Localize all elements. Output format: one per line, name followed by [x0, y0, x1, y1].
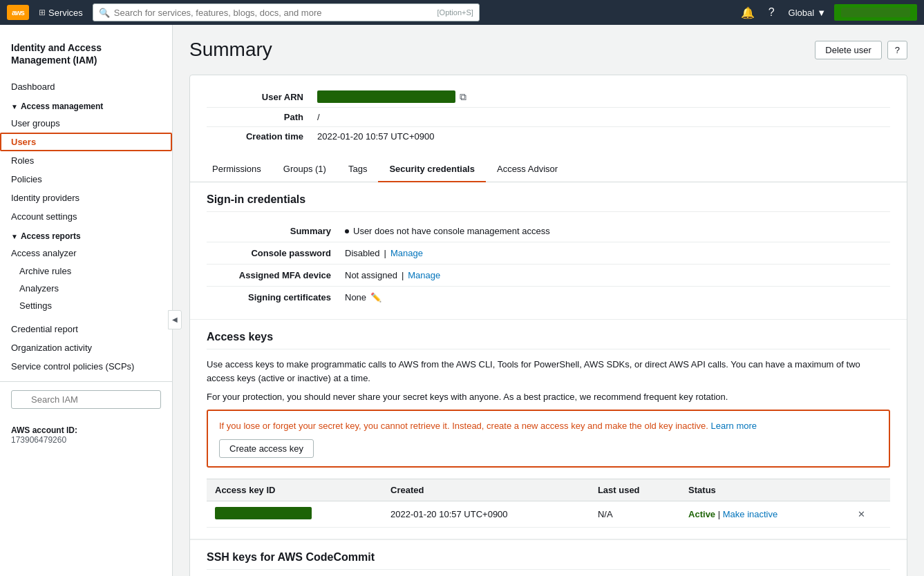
sidebar-account-info: AWS account ID: 173906479260 — [0, 417, 172, 453]
cred-console-pwd-label: Console password — [207, 248, 345, 258]
sidebar-item-users[interactable]: Users — [0, 133, 172, 151]
access-keys-table: Access key ID Created Last used Status — [207, 479, 890, 528]
account-id-label: AWS account ID: — [11, 425, 161, 435]
cred-signing-certs-label: Signing certificates — [207, 292, 345, 303]
sidebar-item-organization-activity[interactable]: Organization activity — [0, 338, 172, 357]
tab-tags[interactable]: Tags — [337, 157, 378, 182]
tabs-bar: Permissions Groups (1) Tags Security cre… — [190, 157, 907, 182]
path-value: / — [317, 112, 320, 122]
creation-time-label: Creation time — [207, 131, 317, 142]
account-button[interactable] — [834, 4, 917, 21]
mfa-manage-link[interactable]: Manage — [408, 270, 440, 280]
col-actions — [844, 479, 890, 501]
help-context-button[interactable]: ? — [887, 41, 907, 59]
sidebar-item-credential-report[interactable]: Credential report — [0, 320, 172, 338]
sidebar: Identity and Access Management (IAM) Das… — [0, 25, 173, 576]
sidebar-title: Identity and Access Management (IAM) — [0, 36, 172, 77]
cred-signing-certs-value: None ✏️ — [345, 292, 381, 303]
chevron-down-icon: ▼ — [817, 8, 826, 18]
sidebar-section-access-management[interactable]: ▼ Access management — [0, 96, 172, 114]
summary-info: User ARN ⧉ Path / Creation time 2022-01-… — [190, 75, 907, 157]
cred-row-summary: Summary User does not have console manag… — [207, 220, 890, 242]
delete-user-button[interactable]: Delete user — [815, 41, 881, 59]
col-access-key-id: Access key ID — [207, 479, 382, 501]
access-key-last-used-cell: N/A — [590, 501, 680, 528]
col-status: Status — [680, 479, 844, 501]
sidebar-item-dashboard[interactable]: Dashboard — [0, 77, 172, 96]
access-keys-title: Access keys — [207, 331, 890, 349]
sidebar-item-identity-providers[interactable]: Identity providers — [0, 189, 172, 207]
bullet-icon — [345, 229, 349, 233]
access-key-delete-cell: ✕ — [844, 501, 890, 528]
create-access-key-button[interactable]: Create access key — [219, 439, 314, 458]
main-content: Summary Delete user ? User ARN ⧉ Path — [173, 25, 924, 576]
page-actions: Delete user ? — [815, 41, 907, 59]
aws-logo[interactable]: aws — [7, 5, 29, 20]
status-active-badge: Active — [688, 509, 715, 519]
access-key-created-cell: 2022-01-20 10:57 UTC+0900 — [382, 501, 590, 528]
col-last-used: Last used — [590, 479, 680, 501]
user-arn-label: User ARN — [207, 92, 317, 102]
tab-access-advisor[interactable]: Access Advisor — [486, 157, 569, 182]
access-key-status-cell: Active | Make inactive — [680, 501, 844, 528]
chevron-down-icon: ▼ — [11, 103, 18, 111]
sidebar-item-settings[interactable]: Settings — [0, 297, 172, 314]
chevron-down-icon: ▼ — [11, 233, 18, 240]
sidebar-item-user-groups[interactable]: User groups — [0, 114, 172, 133]
tab-security-credentials[interactable]: Security credentials — [378, 157, 486, 182]
sidebar-search-input[interactable] — [11, 390, 161, 409]
col-created: Created — [382, 479, 590, 501]
sidebar-section-access-reports[interactable]: ▼ Access reports — [0, 226, 172, 244]
sidebar-item-access-analyzer[interactable]: Access analyzer — [0, 244, 172, 262]
user-arn-redacted — [317, 90, 455, 103]
access-keys-section: Access keys Use access keys to make prog… — [190, 320, 907, 539]
delete-access-key-icon[interactable]: ✕ — [858, 509, 865, 519]
access-key-warning-box: If you lose or forget your secret key, y… — [207, 410, 890, 468]
copy-arn-icon[interactable]: ⧉ — [460, 91, 466, 103]
sidebar-collapse-button[interactable]: ◀ — [168, 310, 182, 329]
tab-permissions[interactable]: Permissions — [201, 157, 272, 182]
cred-row-mfa: Assigned MFA device Not assigned | Manag… — [207, 265, 890, 287]
help-icon[interactable]: ? — [763, 3, 780, 21]
page-header: Summary Delete user ? — [189, 39, 907, 61]
cred-mfa-label: Assigned MFA device — [207, 270, 345, 280]
sidebar-item-analyzers[interactable]: Analyzers — [0, 280, 172, 297]
sidebar-item-policies[interactable]: Policies — [0, 170, 172, 189]
sidebar-item-roles[interactable]: Roles — [0, 151, 172, 170]
search-shortcut: [Option+S] — [437, 8, 473, 17]
sign-in-credentials-title: Sign-in credentials — [207, 193, 890, 212]
warning-text: If you lose or forget your secret key, y… — [219, 419, 878, 433]
global-search-bar[interactable]: 🔍 [Option+S] — [93, 3, 480, 21]
path-label: Path — [207, 112, 317, 122]
security-credentials-panel: Sign-in credentials Summary User does no… — [190, 182, 907, 576]
cred-mfa-value: Not assigned | Manage — [345, 270, 440, 280]
nav-icons: 🔔 ? Global ▼ — [735, 3, 917, 22]
access-keys-desc1: Use access keys to make programmatic cal… — [207, 358, 890, 385]
cred-row-signing-certs: Signing certificates None ✏️ — [207, 287, 890, 308]
cred-summary-label: Summary — [207, 226, 345, 236]
creation-time-row: Creation time 2022-01-20 10:57 UTC+0900 — [207, 127, 890, 146]
cred-console-pwd-value: Disabled | Manage — [345, 248, 423, 258]
console-pwd-manage-link[interactable]: Manage — [390, 248, 423, 258]
global-search-input[interactable] — [114, 8, 433, 18]
ssh-keys-title: SSH keys for AWS CodeCommit — [207, 551, 890, 570]
sidebar-item-archive-rules[interactable]: Archive rules — [0, 262, 172, 280]
table-header-row: Access key ID Created Last used Status — [207, 479, 890, 501]
warning-learn-more-link[interactable]: Learn more — [711, 421, 757, 431]
region-label: Global — [789, 8, 815, 18]
creation-time-value: 2022-01-20 10:57 UTC+0900 — [317, 131, 434, 142]
top-navigation: aws ⊞ Services 🔍 [Option+S] 🔔 ? Global ▼ — [0, 0, 924, 25]
edit-icon[interactable]: ✏️ — [370, 292, 381, 303]
make-inactive-link[interactable]: Make inactive — [723, 509, 777, 519]
access-key-id-cell — [207, 501, 382, 528]
sidebar-item-account-settings[interactable]: Account settings — [0, 207, 172, 226]
tab-groups[interactable]: Groups (1) — [272, 157, 337, 182]
region-selector[interactable]: Global ▼ — [783, 6, 831, 19]
sidebar-item-scps[interactable]: Service control policies (SCPs) — [0, 357, 172, 376]
sidebar-search-wrap: 🔍 — [0, 381, 172, 417]
main-layout: Identity and Access Management (IAM) Das… — [0, 25, 924, 576]
notifications-icon[interactable]: 🔔 — [735, 3, 760, 22]
access-keys-desc2: For your protection, you should never sh… — [207, 390, 890, 404]
services-menu[interactable]: ⊞ Services — [35, 8, 87, 18]
page-title: Summary — [189, 39, 272, 61]
